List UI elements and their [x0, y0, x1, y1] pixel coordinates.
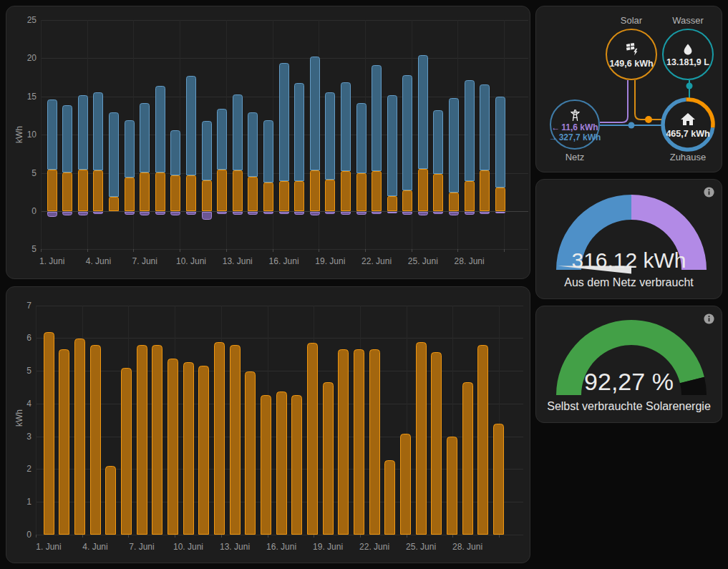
bar-grid_consumption[interactable] [495, 97, 505, 188]
bar-grid_consumption[interactable] [248, 112, 258, 177]
bar-grid_return[interactable] [62, 212, 72, 215]
bar-solar_self_consumed[interactable] [493, 424, 504, 534]
bar-grid_return[interactable] [356, 212, 367, 215]
bar-solar_consumption[interactable] [93, 170, 103, 211]
bar-solar_consumption[interactable] [140, 172, 150, 211]
bar-solar_consumption[interactable] [217, 170, 227, 211]
bar-grid_consumption[interactable] [217, 109, 227, 170]
bar-grid_return[interactable] [186, 212, 196, 215]
bar-grid_consumption[interactable] [418, 55, 428, 169]
bar-grid_consumption[interactable] [263, 120, 273, 183]
bar-grid_return[interactable] [449, 212, 459, 215]
bar-grid_consumption[interactable] [47, 99, 57, 170]
bar-solar_consumption[interactable] [155, 172, 165, 211]
bar-solar_self_consumed[interactable] [168, 359, 178, 535]
bar-grid_consumption[interactable] [109, 112, 119, 196]
bar-solar_consumption[interactable] [125, 177, 135, 211]
bar-solar_consumption[interactable] [495, 188, 505, 211]
bar-solar_consumption[interactable] [465, 181, 475, 211]
bar-grid_consumption[interactable] [402, 75, 412, 190]
bar-grid_consumption[interactable] [233, 94, 243, 171]
bar-grid_return[interactable] [140, 212, 150, 215]
bar-grid_return[interactable] [495, 212, 505, 213]
bar-solar_consumption[interactable] [341, 171, 351, 211]
bar-grid_return[interactable] [372, 212, 382, 214]
bar-grid_return[interactable] [433, 212, 443, 214]
bar-grid_consumption[interactable] [310, 57, 320, 170]
bar-solar_consumption[interactable] [263, 183, 273, 211]
bar-grid_consumption[interactable] [341, 82, 351, 172]
bar-grid_consumption[interactable] [186, 76, 196, 175]
bar-solar_consumption[interactable] [294, 181, 304, 211]
bar-solar_self_consumed[interactable] [183, 362, 194, 535]
bar-solar_consumption[interactable] [310, 170, 320, 211]
bar-solar_self_consumed[interactable] [447, 437, 457, 534]
bar-solar_self_consumed[interactable] [416, 342, 427, 534]
bar-grid_return[interactable] [325, 212, 335, 214]
bar-solar_consumption[interactable] [248, 177, 258, 211]
bar-grid_return[interactable] [465, 212, 475, 215]
bar-grid_return[interactable] [47, 212, 57, 217]
grid-node[interactable]: ←11,6 kWh →327,7 kWh [550, 99, 600, 150]
bar-solar_self_consumed[interactable] [152, 345, 162, 534]
bar-grid_return[interactable] [418, 212, 428, 215]
bar-solar_consumption[interactable] [325, 180, 335, 211]
bar-solar_self_consumed[interactable] [137, 345, 147, 534]
bar-solar_consumption[interactable] [233, 170, 243, 211]
bar-solar_consumption[interactable] [186, 175, 196, 211]
bar-solar_self_consumed[interactable] [431, 352, 442, 535]
bar-solar_consumption[interactable] [372, 171, 382, 211]
bar-solar_self_consumed[interactable] [400, 434, 411, 534]
bar-solar_consumption[interactable] [202, 180, 212, 211]
info-icon[interactable] [703, 313, 715, 325]
bar-grid_consumption[interactable] [155, 86, 165, 172]
bar-solar_self_consumed[interactable] [323, 382, 334, 535]
home-node[interactable]: 465,7 kWh [663, 99, 713, 150]
bar-solar_self_consumed[interactable] [90, 345, 101, 534]
bar-solar_self_consumed[interactable] [59, 349, 69, 535]
bar-grid_return[interactable] [248, 212, 258, 215]
bar-solar_consumption[interactable] [109, 197, 119, 211]
bar-solar_consumption[interactable] [387, 196, 397, 211]
bar-solar_self_consumed[interactable] [261, 395, 271, 535]
water-node[interactable]: 13.181,9 L [662, 29, 714, 80]
bar-grid_return[interactable] [294, 212, 304, 215]
bar-solar_self_consumed[interactable] [462, 382, 473, 535]
bar-grid_return[interactable] [233, 212, 243, 215]
bar-grid_consumption[interactable] [387, 95, 397, 196]
bar-grid_return[interactable] [341, 212, 351, 215]
bar-solar_self_consumed[interactable] [74, 339, 85, 534]
bar-grid_return[interactable] [263, 212, 273, 214]
bar-grid_return[interactable] [125, 212, 135, 215]
bar-grid_consumption[interactable] [449, 98, 459, 193]
bar-solar_self_consumed[interactable] [276, 392, 287, 535]
bar-grid_consumption[interactable] [202, 121, 212, 180]
bar-grid_return[interactable] [310, 212, 320, 215]
bar-grid_consumption[interactable] [62, 105, 72, 172]
daily-energy-plot[interactable]: 252015105051. Juni4. Juni7. Juni10. Juni… [6, 6, 530, 278]
bar-solar_self_consumed[interactable] [105, 466, 116, 535]
bar-grid_consumption[interactable] [356, 103, 367, 172]
bar-solar_self_consumed[interactable] [369, 349, 380, 535]
bar-solar_self_consumed[interactable] [230, 345, 241, 534]
bar-grid_return[interactable] [279, 212, 289, 214]
bar-grid_return[interactable] [387, 212, 397, 213]
bar-solar_self_consumed[interactable] [354, 349, 364, 535]
bar-grid_consumption[interactable] [433, 110, 443, 174]
bar-solar_self_consumed[interactable] [338, 349, 349, 535]
bar-grid_consumption[interactable] [465, 80, 475, 181]
bar-grid_return[interactable] [78, 212, 88, 215]
bar-solar_consumption[interactable] [402, 190, 412, 211]
bar-solar_self_consumed[interactable] [214, 342, 225, 534]
info-icon[interactable] [703, 186, 715, 198]
bar-solar_consumption[interactable] [279, 181, 289, 211]
bar-grid_consumption[interactable] [480, 84, 490, 171]
bar-grid_consumption[interactable] [294, 83, 304, 182]
bar-grid_consumption[interactable] [372, 65, 382, 171]
self-consumed-solar-plot[interactable]: 765432101. Juni4. Juni7. Juni10. Juni13.… [6, 287, 530, 563]
bar-solar_consumption[interactable] [170, 175, 180, 211]
bar-grid_consumption[interactable] [140, 103, 150, 172]
bar-solar_consumption[interactable] [449, 193, 459, 211]
bar-grid_return[interactable] [155, 212, 165, 215]
bar-solar_consumption[interactable] [47, 170, 57, 211]
